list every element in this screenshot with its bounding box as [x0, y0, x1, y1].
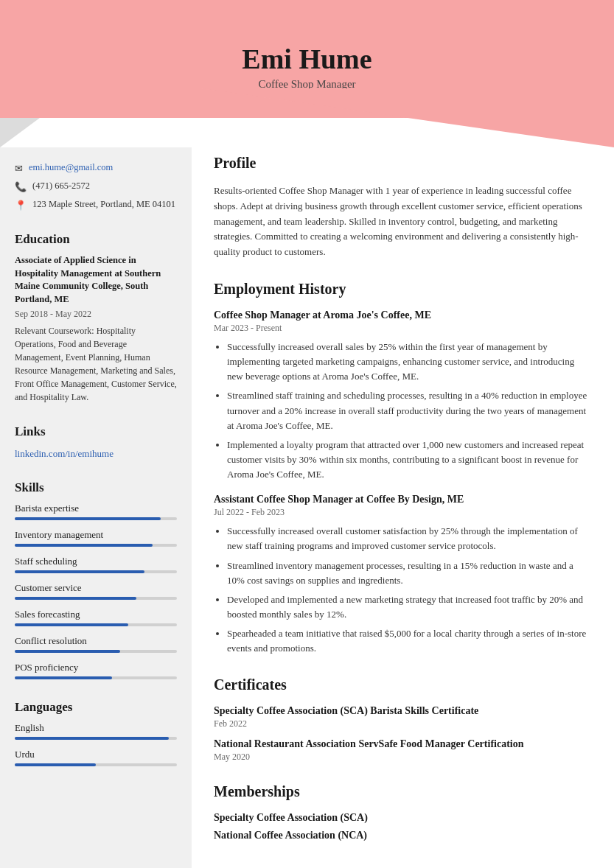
candidate-title: Coffee Shop Manager [258, 78, 355, 91]
skill-bar-fill [15, 623, 128, 626]
cert-date: May 2020 [214, 752, 592, 763]
contact-section: ✉ emi.hume@gmail.com 📞 (471) 665-2572 📍 … [15, 162, 177, 211]
links-section: Links linkedin.com/in/emihume [15, 424, 177, 460]
job-bullets: Successfully increased overall sales by … [214, 340, 592, 482]
email-link[interactable]: emi.hume@gmail.com [29, 162, 113, 173]
resume-body: ✉ emi.hume@gmail.com 📞 (471) 665-2572 📍 … [0, 147, 614, 868]
skill-bar-fill [15, 650, 120, 653]
job-bullets: Successfully increased overall customer … [214, 524, 592, 656]
language-bar-fill [15, 737, 169, 740]
skill-item: Inventory management [15, 529, 177, 547]
skill-item: Staff scheduling [15, 556, 177, 573]
job-title: Assistant Coffee Shop Manager at Coffee … [214, 494, 592, 505]
skill-item: POS proficiency [15, 662, 177, 679]
employment-section: Employment History Coffee Shop Manager a… [214, 281, 592, 656]
memberships-section: Memberships Specialty Coffee Association… [214, 783, 592, 841]
skill-item: Conflict resolution [15, 635, 177, 653]
job-title: Coffee Shop Manager at Aroma Joe's Coffe… [214, 309, 592, 321]
employment-heading: Employment History [214, 281, 592, 301]
job-entry: Coffee Shop Manager at Aroma Joe's Coffe… [214, 309, 592, 482]
bullet-item: Spearheaded a team initiative that raise… [227, 626, 592, 656]
resume-header: Emi Hume Coffee Shop Manager [0, 0, 614, 118]
education-title: Education [15, 232, 177, 247]
skill-label: Conflict resolution [15, 635, 177, 647]
coursework-text: Hospitality Operations, Food and Beverag… [15, 326, 177, 402]
links-title: Links [15, 424, 177, 439]
certificates-section: Certificates Specialty Coffee Associatio… [214, 676, 592, 763]
skills-title: Skills [15, 480, 177, 495]
membership-item: National Coffee Association (NCA) [214, 830, 592, 841]
phone-number: (471) 665-2572 [32, 181, 90, 192]
bullet-item: Implemented a loyalty program that attra… [227, 438, 592, 482]
linkedin-link[interactable]: linkedin.com/in/emihume [15, 448, 114, 459]
email-icon: ✉ [15, 163, 23, 175]
languages-title: Languages [15, 700, 177, 715]
skill-bar-fill [15, 597, 136, 600]
skill-label: Customer service [15, 582, 177, 594]
language-item: Urdu [15, 749, 177, 766]
skill-bar-bg [15, 597, 177, 600]
language-label: English [15, 722, 177, 734]
language-bar-bg [15, 763, 177, 766]
address-item: 📍 123 Maple Street, Portland, ME 04101 [15, 199, 177, 211]
skill-label: Barista expertise [15, 503, 177, 514]
sidebar: ✉ emi.hume@gmail.com 📞 (471) 665-2572 📍 … [0, 147, 192, 868]
location-icon: 📍 [15, 200, 27, 211]
memberships-heading: Memberships [214, 783, 592, 803]
bullet-item: Successfully increased overall sales by … [227, 340, 592, 384]
skill-bar-bg [15, 544, 177, 547]
cert-entry: National Restaurant Association ServSafe… [214, 738, 592, 763]
profile-heading: Profile [214, 155, 592, 175]
languages-section: Languages English Urdu [15, 700, 177, 766]
skill-bar-bg [15, 623, 177, 626]
language-bar-bg [15, 737, 177, 740]
skill-bar-bg [15, 517, 177, 520]
skill-bar-fill [15, 570, 144, 573]
email-item: ✉ emi.hume@gmail.com [15, 162, 177, 175]
cert-date: Feb 2022 [214, 718, 592, 729]
skill-label: Staff scheduling [15, 556, 177, 567]
bullet-item: Streamlined staff training and schedulin… [227, 388, 592, 433]
languages-list: English Urdu [15, 722, 177, 766]
skills-section: Skills Barista expertise Inventory manag… [15, 480, 177, 679]
jobs-list: Coffee Shop Manager at Aroma Joe's Coffe… [214, 309, 592, 656]
skill-label: POS proficiency [15, 662, 177, 673]
job-entry: Assistant Coffee Shop Manager at Coffee … [214, 494, 592, 656]
skills-list: Barista expertise Inventory management S… [15, 503, 177, 679]
skill-bar-fill [15, 676, 112, 679]
cert-title: Specialty Coffee Association (SCA) Baris… [214, 705, 592, 717]
bullet-item: Successfully increased overall customer … [227, 524, 592, 553]
profile-section: Profile Results-oriented Coffee Shop Man… [214, 155, 592, 260]
skill-label: Sales forecasting [15, 609, 177, 620]
certificates-heading: Certificates [214, 676, 592, 696]
candidate-name: Emi Hume [242, 43, 371, 75]
job-dates: Mar 2023 - Present [214, 323, 592, 334]
skill-item: Barista expertise [15, 503, 177, 520]
education-coursework: Relevant Coursework: Hospitality Operati… [15, 324, 177, 404]
education-degree: Associate of Applied Science in Hospital… [15, 254, 177, 306]
profile-text: Results-oriented Coffee Shop Manager wit… [214, 183, 592, 260]
skill-item: Customer service [15, 582, 177, 600]
skill-bar-bg [15, 650, 177, 653]
coursework-label: Relevant Coursework: [15, 326, 94, 336]
certs-list: Specialty Coffee Association (SCA) Baris… [214, 705, 592, 763]
skill-bar-fill [15, 544, 153, 547]
address-text: 123 Maple Street, Portland, ME 04101 [32, 199, 175, 210]
language-bar-fill [15, 763, 96, 766]
education-dates: Sep 2018 - May 2022 [15, 309, 177, 320]
skill-bar-fill [15, 517, 161, 520]
language-label: Urdu [15, 749, 177, 760]
skill-label: Inventory management [15, 529, 177, 541]
cert-entry: Specialty Coffee Association (SCA) Baris… [214, 705, 592, 729]
cert-title: National Restaurant Association ServSafe… [214, 738, 592, 750]
resume-container: Emi Hume Coffee Shop Manager ✉ emi.hume@… [0, 0, 614, 868]
skill-item: Sales forecasting [15, 609, 177, 626]
phone-item: 📞 (471) 665-2572 [15, 181, 177, 193]
job-dates: Jul 2022 - Feb 2023 [214, 507, 592, 518]
membership-item: Specialty Coffee Association (SCA) [214, 812, 592, 824]
skill-bar-bg [15, 676, 177, 679]
language-item: English [15, 722, 177, 740]
bullet-item: Developed and implemented a new marketin… [227, 592, 592, 622]
memberships-list: Specialty Coffee Association (SCA)Nation… [214, 812, 592, 841]
education-section: Education Associate of Applied Science i… [15, 232, 177, 404]
